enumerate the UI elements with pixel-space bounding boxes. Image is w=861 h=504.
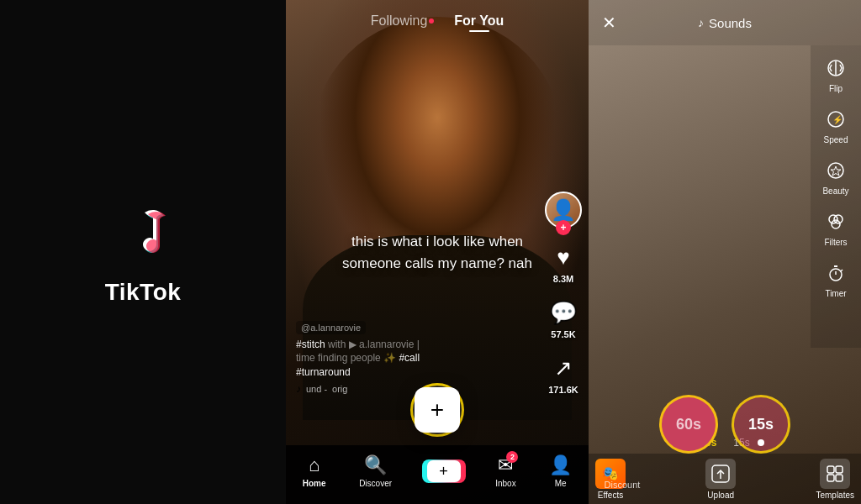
- heart-icon: ♥: [548, 242, 578, 272]
- plus-icon: +: [430, 396, 444, 423]
- discount-area: Discount: [589, 465, 656, 504]
- create-button-ring: +: [410, 383, 464, 437]
- avatar-emoji: 👤: [551, 198, 576, 222]
- right-panel: ✕ ♪ Sounds Flip ⚡: [589, 0, 861, 504]
- create-nav-inner: +: [427, 460, 461, 482]
- tool-flip[interactable]: Flip: [811, 52, 861, 100]
- like-action[interactable]: ♥ 8.3M: [548, 242, 578, 284]
- templates-label: Templates: [816, 491, 854, 500]
- create-button[interactable]: +: [415, 387, 460, 433]
- beauty-label: Beauty: [822, 186, 848, 196]
- tool-filters[interactable]: Filters: [811, 206, 861, 254]
- tiktok-logo-icon: [109, 198, 177, 265]
- share-action[interactable]: ↗ 171.6K: [548, 353, 578, 395]
- app-name: TikTok: [105, 279, 182, 306]
- upload-icon: [705, 459, 736, 489]
- create-plus-symbol: +: [439, 463, 448, 480]
- middle-panel: Following For You this is what i look li…: [286, 0, 589, 504]
- flip-label: Flip: [829, 84, 843, 93]
- hashtag-turnaround: #turnaround: [296, 366, 351, 378]
- top-navigation: Following For You: [286, 0, 589, 35]
- comment-icon: 💬: [548, 297, 578, 328]
- home-label: Home: [303, 479, 326, 488]
- templates-icon: [820, 459, 850, 489]
- flip-icon: [827, 59, 845, 82]
- duration-selector: 60s 15s: [589, 395, 861, 454]
- sound-text: und -: [306, 384, 327, 394]
- nav-discover[interactable]: 🔍 Discover: [359, 454, 392, 488]
- inbox-badge: 2: [506, 451, 518, 463]
- upload-label: Upload: [707, 491, 734, 500]
- filters-label: Filters: [824, 238, 847, 247]
- tool-timer[interactable]: Timer: [811, 257, 861, 305]
- sounds-text: Sounds: [709, 16, 752, 30]
- follow-button[interactable]: +: [556, 220, 571, 235]
- duration-60s[interactable]: 60s: [659, 395, 718, 454]
- upload-item[interactable]: Upload: [705, 459, 736, 500]
- nav-inbox[interactable]: ✉ 2 Inbox: [495, 454, 515, 488]
- live-indicator: [429, 18, 434, 24]
- inbox-label: Inbox: [495, 479, 515, 488]
- svg-text:⚡: ⚡: [832, 114, 843, 125]
- overlay-text: this is what i look like when someone ca…: [336, 231, 538, 274]
- discover-label: Discover: [359, 479, 392, 488]
- hashtag-stitch: #stitch: [296, 339, 325, 350]
- left-panel: TikTok: [0, 0, 286, 504]
- share-count: 171.6K: [548, 385, 578, 395]
- discount-text: Discount: [605, 480, 641, 490]
- me-icon: 👤: [549, 454, 572, 476]
- video-text-overlay: this is what i look like when someone ca…: [336, 231, 538, 274]
- video-right-actions: 👤 + ♥ 8.3M 💬 57.5K ↗ 171.6K: [545, 192, 582, 395]
- close-button[interactable]: ✕: [602, 13, 616, 33]
- create-nav-button[interactable]: +: [425, 459, 462, 483]
- beauty-icon: [827, 161, 845, 185]
- right-tools-panel: Flip ⚡ Speed Beauty: [811, 45, 861, 348]
- svg-rect-11: [827, 475, 834, 481]
- create-button-overlay[interactable]: +: [410, 383, 464, 437]
- caption-username: @a.lannarovie: [296, 321, 366, 334]
- nav-me[interactable]: 👤 Me: [549, 454, 572, 488]
- caption-text-3: #turnaround: [296, 365, 538, 380]
- nav-create[interactable]: +: [425, 459, 462, 483]
- hashtag-call: #call: [399, 352, 420, 364]
- tab-for-you[interactable]: For You: [454, 13, 504, 29]
- right-top-bar: ✕ ♪ Sounds: [589, 0, 861, 45]
- sound-suffix: orig: [332, 384, 347, 394]
- svg-point-5: [834, 215, 843, 223]
- me-label: Me: [555, 479, 567, 488]
- comment-action[interactable]: 💬 57.5K: [548, 297, 578, 339]
- discover-icon: 🔍: [364, 454, 387, 476]
- duration-active-dot: [758, 439, 764, 446]
- timer-label: Timer: [825, 289, 846, 298]
- speed-label: Speed: [824, 135, 848, 144]
- caption-text-2: time finding people ✨ #call: [296, 351, 538, 365]
- svg-rect-9: [827, 466, 834, 473]
- sounds-label: ♪ Sounds: [698, 16, 752, 30]
- caption-text: #stitch with ▶ a.lannarovie |: [296, 338, 538, 352]
- music-note-icon: ♪: [698, 16, 704, 29]
- timer-icon: [827, 264, 845, 287]
- svg-rect-12: [836, 475, 843, 481]
- tab-following[interactable]: Following: [371, 13, 435, 29]
- svg-point-6: [832, 220, 840, 228]
- filters-icon: [827, 213, 845, 236]
- nav-home[interactable]: ⌂ Home: [303, 454, 326, 488]
- svg-rect-10: [836, 466, 843, 473]
- like-count: 8.3M: [553, 274, 573, 284]
- creator-avatar[interactable]: 👤 +: [545, 192, 582, 228]
- share-icon: ↗: [548, 353, 578, 383]
- sound-icon: ♪: [296, 383, 301, 395]
- speed-icon: ⚡: [827, 110, 845, 134]
- bottom-navigation: ⌂ Home 🔍 Discover + ✉ 2 Inbox 👤 Me: [286, 445, 589, 504]
- home-icon: ⌂: [309, 454, 320, 476]
- templates-item[interactable]: Templates: [816, 459, 854, 500]
- tool-beauty[interactable]: Beauty: [811, 155, 861, 202]
- tool-speed[interactable]: ⚡ Speed: [811, 103, 861, 151]
- comment-count: 57.5K: [551, 329, 575, 339]
- duration-15s[interactable]: 15s: [732, 395, 790, 454]
